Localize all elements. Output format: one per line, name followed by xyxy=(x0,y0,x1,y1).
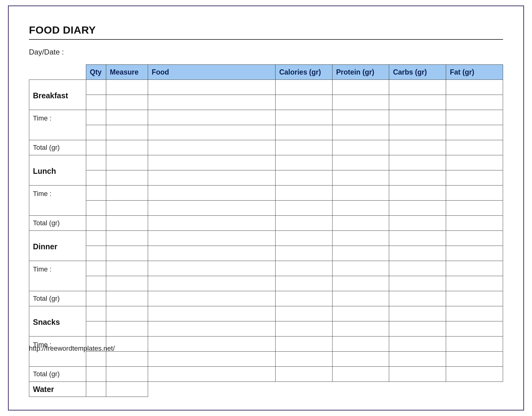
cell[interactable] xyxy=(106,201,148,216)
cell[interactable] xyxy=(275,125,332,140)
cell[interactable] xyxy=(389,216,446,231)
cell[interactable] xyxy=(148,246,275,261)
cell[interactable] xyxy=(332,336,389,352)
cell[interactable] xyxy=(86,367,106,382)
cell[interactable] xyxy=(106,291,148,306)
cell[interactable] xyxy=(106,382,148,397)
cell[interactable] xyxy=(106,125,148,140)
cell[interactable] xyxy=(275,140,332,155)
cell[interactable] xyxy=(106,367,148,382)
cell[interactable] xyxy=(275,170,332,186)
cell[interactable] xyxy=(148,216,275,231)
cell[interactable] xyxy=(446,140,503,155)
cell[interactable] xyxy=(106,352,148,367)
cell[interactable] xyxy=(389,80,446,95)
cell[interactable] xyxy=(275,246,332,261)
cell[interactable] xyxy=(275,95,332,110)
cell[interactable] xyxy=(275,276,332,291)
cell[interactable] xyxy=(86,125,106,140)
cell[interactable] xyxy=(86,95,106,110)
cell[interactable] xyxy=(332,367,389,382)
cell[interactable] xyxy=(389,140,446,155)
cell[interactable] xyxy=(148,80,275,95)
cell[interactable] xyxy=(389,155,446,170)
cell[interactable] xyxy=(332,216,389,231)
cell[interactable] xyxy=(332,306,389,321)
cell[interactable] xyxy=(446,246,503,261)
cell[interactable] xyxy=(332,321,389,336)
cell[interactable] xyxy=(106,186,148,201)
cell[interactable] xyxy=(275,336,332,352)
cell[interactable] xyxy=(389,261,446,276)
cell[interactable] xyxy=(332,276,389,291)
cell[interactable] xyxy=(86,80,106,95)
cell[interactable] xyxy=(86,201,106,216)
cell[interactable] xyxy=(446,125,503,140)
cell[interactable] xyxy=(106,261,148,276)
cell[interactable] xyxy=(332,261,389,276)
cell[interactable] xyxy=(275,186,332,201)
cell[interactable] xyxy=(389,291,446,306)
cell[interactable] xyxy=(275,321,332,336)
cell[interactable] xyxy=(389,276,446,291)
cell[interactable] xyxy=(446,336,503,352)
cell[interactable] xyxy=(446,276,503,291)
cell[interactable] xyxy=(275,110,332,125)
cell[interactable] xyxy=(86,276,106,291)
cell[interactable] xyxy=(332,80,389,95)
cell[interactable] xyxy=(389,246,446,261)
cell[interactable] xyxy=(148,367,275,382)
cell[interactable] xyxy=(389,201,446,216)
cell[interactable] xyxy=(275,155,332,170)
cell[interactable] xyxy=(332,155,389,170)
cell[interactable] xyxy=(446,291,503,306)
cell[interactable] xyxy=(86,246,106,261)
cell[interactable] xyxy=(446,170,503,186)
cell[interactable] xyxy=(332,125,389,140)
cell[interactable] xyxy=(446,95,503,110)
cell[interactable] xyxy=(275,261,332,276)
cell[interactable] xyxy=(148,321,275,336)
cell[interactable] xyxy=(106,110,148,125)
cell[interactable] xyxy=(389,367,446,382)
cell[interactable] xyxy=(148,231,275,246)
cell[interactable] xyxy=(148,140,275,155)
cell[interactable] xyxy=(148,155,275,170)
cell[interactable] xyxy=(446,186,503,201)
cell[interactable] xyxy=(446,231,503,246)
cell[interactable] xyxy=(106,231,148,246)
cell[interactable] xyxy=(389,186,446,201)
cell[interactable] xyxy=(275,352,332,367)
cell[interactable] xyxy=(389,321,446,336)
cell[interactable] xyxy=(86,216,106,231)
cell[interactable] xyxy=(148,186,275,201)
cell[interactable] xyxy=(332,140,389,155)
cell[interactable] xyxy=(148,170,275,186)
cell[interactable] xyxy=(332,170,389,186)
cell[interactable] xyxy=(148,306,275,321)
cell[interactable] xyxy=(86,170,106,186)
cell[interactable] xyxy=(446,261,503,276)
cell[interactable] xyxy=(106,95,148,110)
cell[interactable] xyxy=(332,246,389,261)
cell[interactable] xyxy=(86,261,106,276)
cell[interactable] xyxy=(106,216,148,231)
cell[interactable] xyxy=(275,80,332,95)
cell[interactable] xyxy=(389,306,446,321)
cell[interactable] xyxy=(86,306,106,321)
cell[interactable] xyxy=(446,321,503,336)
cell[interactable] xyxy=(86,110,106,125)
cell[interactable] xyxy=(86,382,106,397)
cell[interactable] xyxy=(148,125,275,140)
cell[interactable] xyxy=(275,231,332,246)
cell[interactable] xyxy=(275,306,332,321)
cell[interactable] xyxy=(86,291,106,306)
cell[interactable] xyxy=(148,352,275,367)
cell[interactable] xyxy=(332,231,389,246)
cell[interactable] xyxy=(275,291,332,306)
cell[interactable] xyxy=(446,80,503,95)
cell[interactable] xyxy=(148,110,275,125)
cell[interactable] xyxy=(148,95,275,110)
cell[interactable] xyxy=(389,231,446,246)
cell[interactable] xyxy=(148,276,275,291)
